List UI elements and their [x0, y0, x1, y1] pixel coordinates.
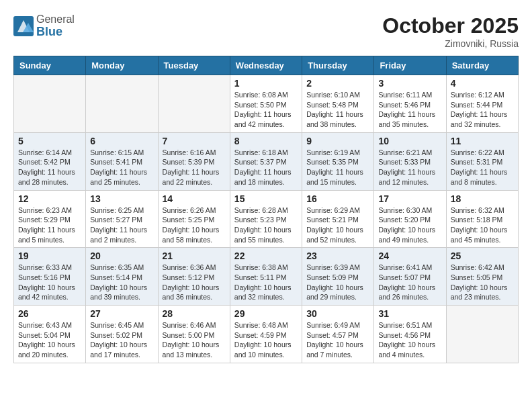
weekday-header-saturday: Saturday	[446, 56, 518, 75]
day-number: 1	[234, 78, 298, 89]
day-number: 6	[90, 136, 153, 146]
day-info: Sunrise: 6:15 AM Sunset: 5:41 PM Dayligh…	[90, 148, 153, 187]
calendar-cell: 10Sunrise: 6:21 AM Sunset: 5:33 PM Dayli…	[374, 132, 446, 190]
day-info: Sunrise: 6:36 AM Sunset: 5:12 PM Dayligh…	[163, 263, 226, 302]
calendar-cell	[86, 75, 158, 133]
calendar-cell: 22Sunrise: 6:38 AM Sunset: 5:11 PM Dayli…	[230, 248, 302, 306]
day-info: Sunrise: 6:49 AM Sunset: 4:57 PM Dayligh…	[306, 320, 369, 360]
day-number: 4	[451, 78, 514, 89]
day-number: 27	[90, 308, 153, 319]
calendar-cell: 4Sunrise: 6:12 AM Sunset: 5:44 PM Daylig…	[446, 75, 518, 133]
weekday-header-thursday: Thursday	[302, 56, 374, 75]
day-number: 29	[234, 308, 298, 319]
calendar-cell	[14, 75, 86, 133]
day-number: 12	[18, 193, 81, 204]
calendar-cell: 2Sunrise: 6:10 AM Sunset: 5:48 PM Daylig…	[302, 75, 374, 133]
day-number: 16	[306, 193, 369, 204]
day-number: 25	[451, 250, 514, 261]
day-info: Sunrise: 6:08 AM Sunset: 5:50 PM Dayligh…	[234, 90, 298, 130]
day-number: 28	[163, 308, 226, 319]
day-info: Sunrise: 6:45 AM Sunset: 5:02 PM Dayligh…	[90, 320, 153, 360]
day-info: Sunrise: 6:23 AM Sunset: 5:29 PM Dayligh…	[18, 205, 81, 245]
calendar-week-5: 26Sunrise: 6:43 AM Sunset: 5:04 PM Dayli…	[14, 306, 519, 363]
day-info: Sunrise: 6:11 AM Sunset: 5:46 PM Dayligh…	[378, 90, 441, 130]
calendar-cell: 11Sunrise: 6:22 AM Sunset: 5:31 PM Dayli…	[446, 132, 518, 190]
day-info: Sunrise: 6:22 AM Sunset: 5:31 PM Dayligh…	[451, 148, 514, 187]
day-number: 20	[90, 250, 153, 261]
day-info: Sunrise: 6:28 AM Sunset: 5:23 PM Dayligh…	[234, 205, 298, 245]
calendar-cell	[158, 75, 230, 133]
calendar-cell: 24Sunrise: 6:41 AM Sunset: 5:07 PM Dayli…	[374, 248, 446, 306]
calendar-week-1: 1Sunrise: 6:08 AM Sunset: 5:50 PM Daylig…	[14, 75, 519, 133]
weekday-header-monday: Monday	[86, 56, 158, 75]
calendar-week-3: 12Sunrise: 6:23 AM Sunset: 5:29 PM Dayli…	[14, 190, 519, 248]
calendar-cell: 28Sunrise: 6:46 AM Sunset: 5:00 PM Dayli…	[158, 306, 230, 363]
day-info: Sunrise: 6:33 AM Sunset: 5:16 PM Dayligh…	[18, 263, 81, 302]
day-number: 17	[378, 193, 441, 204]
calendar-cell: 3Sunrise: 6:11 AM Sunset: 5:46 PM Daylig…	[374, 75, 446, 133]
calendar-table: SundayMondayTuesdayWednesdayThursdayFrid…	[13, 56, 519, 363]
calendar-cell: 17Sunrise: 6:30 AM Sunset: 5:20 PM Dayli…	[374, 190, 446, 248]
day-info: Sunrise: 6:12 AM Sunset: 5:44 PM Dayligh…	[451, 90, 514, 130]
day-number: 7	[163, 136, 226, 146]
day-info: Sunrise: 6:29 AM Sunset: 5:21 PM Dayligh…	[306, 205, 369, 245]
calendar-cell: 19Sunrise: 6:33 AM Sunset: 5:16 PM Dayli…	[14, 248, 86, 306]
day-info: Sunrise: 6:42 AM Sunset: 5:05 PM Dayligh…	[451, 263, 514, 302]
calendar-cell: 23Sunrise: 6:39 AM Sunset: 5:09 PM Dayli…	[302, 248, 374, 306]
month-title: October 2025	[382, 13, 519, 38]
calendar-cell: 25Sunrise: 6:42 AM Sunset: 5:05 PM Dayli…	[446, 248, 518, 306]
day-info: Sunrise: 6:19 AM Sunset: 5:35 PM Dayligh…	[306, 148, 369, 187]
calendar-cell: 26Sunrise: 6:43 AM Sunset: 5:04 PM Dayli…	[14, 306, 86, 363]
day-number: 15	[234, 193, 298, 204]
day-number: 2	[306, 78, 369, 89]
location-subtitle: Zimovniki, Russia	[382, 38, 519, 49]
calendar-cell: 13Sunrise: 6:25 AM Sunset: 5:27 PM Dayli…	[86, 190, 158, 248]
title-area: October 2025 Zimovniki, Russia	[382, 13, 519, 49]
calendar-cell: 6Sunrise: 6:15 AM Sunset: 5:41 PM Daylig…	[86, 132, 158, 190]
calendar-cell: 27Sunrise: 6:45 AM Sunset: 5:02 PM Dayli…	[86, 306, 158, 363]
day-number: 30	[306, 308, 369, 319]
calendar-cell: 29Sunrise: 6:48 AM Sunset: 4:59 PM Dayli…	[230, 306, 302, 363]
weekday-header-wednesday: Wednesday	[230, 56, 302, 75]
day-number: 26	[18, 308, 81, 319]
calendar-cell: 7Sunrise: 6:16 AM Sunset: 5:39 PM Daylig…	[158, 132, 230, 190]
calendar-cell: 31Sunrise: 6:51 AM Sunset: 4:56 PM Dayli…	[374, 306, 446, 363]
day-number: 3	[378, 78, 441, 89]
logo: General Blue	[13, 13, 75, 38]
day-info: Sunrise: 6:16 AM Sunset: 5:39 PM Dayligh…	[163, 148, 226, 187]
logo-line2: Blue	[36, 26, 75, 39]
day-info: Sunrise: 6:32 AM Sunset: 5:18 PM Dayligh…	[451, 205, 514, 245]
day-number: 24	[378, 250, 441, 261]
calendar-cell: 1Sunrise: 6:08 AM Sunset: 5:50 PM Daylig…	[230, 75, 302, 133]
day-info: Sunrise: 6:21 AM Sunset: 5:33 PM Dayligh…	[378, 148, 441, 187]
logo-line1: General	[36, 13, 75, 26]
calendar-cell: 16Sunrise: 6:29 AM Sunset: 5:21 PM Dayli…	[302, 190, 374, 248]
day-info: Sunrise: 6:48 AM Sunset: 4:59 PM Dayligh…	[234, 320, 298, 360]
weekday-header-tuesday: Tuesday	[158, 56, 230, 75]
day-number: 11	[451, 136, 514, 146]
calendar-cell	[446, 306, 518, 363]
calendar-cell: 18Sunrise: 6:32 AM Sunset: 5:18 PM Dayli…	[446, 190, 518, 248]
calendar-cell: 8Sunrise: 6:18 AM Sunset: 5:37 PM Daylig…	[230, 132, 302, 190]
day-number: 19	[18, 250, 81, 261]
calendar-cell: 30Sunrise: 6:49 AM Sunset: 4:57 PM Dayli…	[302, 306, 374, 363]
calendar-week-4: 19Sunrise: 6:33 AM Sunset: 5:16 PM Dayli…	[14, 248, 519, 306]
day-number: 23	[306, 250, 369, 261]
day-number: 5	[18, 136, 81, 146]
day-info: Sunrise: 6:46 AM Sunset: 5:00 PM Dayligh…	[163, 320, 226, 360]
weekday-header-row: SundayMondayTuesdayWednesdayThursdayFrid…	[14, 56, 519, 75]
day-info: Sunrise: 6:10 AM Sunset: 5:48 PM Dayligh…	[306, 90, 369, 130]
day-number: 18	[451, 193, 514, 204]
day-number: 31	[378, 308, 441, 319]
page-header: General Blue October 2025 Zimovniki, Rus…	[13, 13, 519, 49]
day-info: Sunrise: 6:39 AM Sunset: 5:09 PM Dayligh…	[306, 263, 369, 302]
day-info: Sunrise: 6:51 AM Sunset: 4:56 PM Dayligh…	[378, 320, 441, 360]
day-info: Sunrise: 6:25 AM Sunset: 5:27 PM Dayligh…	[90, 205, 153, 245]
logo-text: General Blue	[36, 13, 75, 38]
calendar-cell: 14Sunrise: 6:26 AM Sunset: 5:25 PM Dayli…	[158, 190, 230, 248]
day-info: Sunrise: 6:35 AM Sunset: 5:14 PM Dayligh…	[90, 263, 153, 302]
day-number: 21	[163, 250, 226, 261]
calendar-cell: 12Sunrise: 6:23 AM Sunset: 5:29 PM Dayli…	[14, 190, 86, 248]
weekday-header-friday: Friday	[374, 56, 446, 75]
day-info: Sunrise: 6:30 AM Sunset: 5:20 PM Dayligh…	[378, 205, 441, 245]
